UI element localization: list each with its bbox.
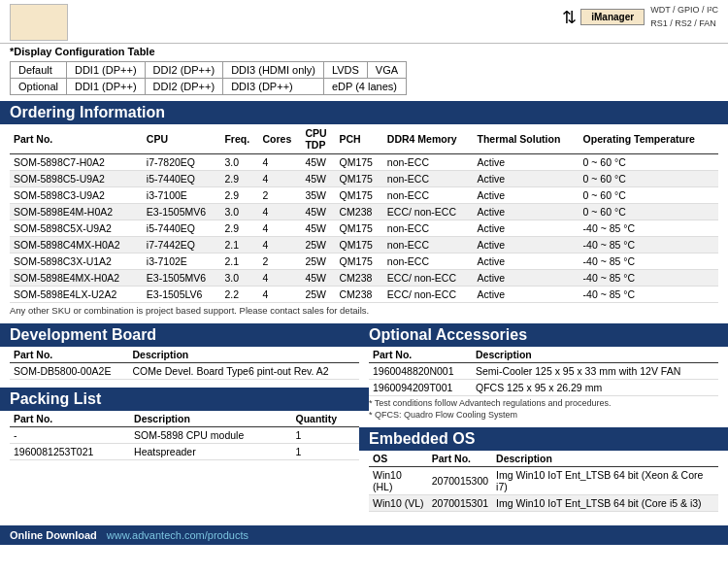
dev-board-header: Development Board (0, 323, 369, 347)
col-partno: Part No. (10, 411, 130, 427)
table-cell: SOM-5898C5X-U9A2 (10, 220, 143, 237)
table-cell: 1960081253T021 (10, 444, 130, 460)
bottom-bar-label: Online Download (10, 529, 97, 541)
table-cell: -40 ~ 85 °C (579, 220, 718, 237)
table-cell: -40 ~ 85 °C (579, 270, 718, 287)
table-row: SOM-5898C5-U9A2i5-7440EQ2.9445WQM175non-… (10, 171, 718, 187)
table-cell: 1 (292, 444, 360, 460)
opt-acc-table: Part No. Description 1960048820N001Semi-… (369, 347, 718, 396)
col-partno: Part No. (369, 347, 472, 363)
col-partno: Part No. (10, 124, 143, 154)
arrow-icon: ⇅ (562, 7, 577, 28)
table-row: SOM-5898E4M-H0A2E3-1505MV63.0445WCM238EC… (10, 204, 718, 220)
col-cores: Cores (259, 124, 302, 154)
table-cell: LVDS (323, 62, 367, 79)
table-cell: non-ECC (383, 237, 474, 253)
opt-notes: * Test conditions follow Advantech regul… (369, 398, 718, 420)
table-cell: Active (474, 171, 579, 187)
table-cell: SOM-5898C4MX-H0A2 (10, 237, 143, 253)
col-thermal: Thermal Solution (474, 124, 579, 154)
table-cell: non-ECC (383, 220, 474, 237)
table-cell: SOM-DB5800-00A2E (10, 363, 129, 380)
table-cell: 0 ~ 60 °C (579, 204, 718, 220)
table-cell: 2.1 (220, 253, 258, 270)
table-cell: Img Win10 IoT Ent_LTSB 64 bit (Core i5 &… (492, 495, 718, 512)
table-cell: 2.1 (220, 237, 258, 253)
dev-board-table: Part No. Description SOM-DB5800-00A2ECOM… (10, 347, 359, 380)
table-row: Win10 (HL)2070015300Img Win10 IoT Ent_LT… (369, 467, 718, 495)
table-row: SOM-5898E4LX-U2A2E3-1505LV62.2425WCM238E… (10, 287, 718, 303)
table-row: -SOM-5898 CPU module1 (10, 427, 359, 444)
table-cell: 2.9 (220, 187, 258, 204)
bottom-bar: Online Download www.advantech.com/produc… (0, 525, 728, 545)
table-cell: 2.2 (220, 287, 258, 303)
table-cell: QFCS 125 x 95 x 26.29 mm (472, 380, 718, 396)
table-cell: Active (474, 154, 579, 171)
col-right: Optional Accessories Part No. Descriptio… (369, 323, 718, 520)
table-row: SOM-DB5800-00A2ECOMe Devel. Board Type6 … (10, 363, 359, 380)
table-cell: Active (474, 187, 579, 204)
table-cell: SOM-5898E4MX-H0A2 (10, 270, 143, 287)
packing-list-header: Packing List (0, 388, 369, 411)
table-cell: 45W (301, 171, 335, 187)
col-partno: Part No. (10, 347, 129, 363)
table-cell: Active (474, 204, 579, 220)
table-cell: i7-7820EQ (143, 154, 221, 171)
embedded-os-table: OS Part No. Description Win10 (HL)207001… (369, 451, 718, 512)
table-cell: -40 ~ 85 °C (579, 287, 718, 303)
table-cell: Win10 (HL) (369, 467, 428, 495)
table-cell: 4 (259, 220, 302, 237)
table-cell: 2070015300 (428, 467, 492, 495)
table-cell: CM238 (335, 270, 382, 287)
table-cell: Active (474, 220, 579, 237)
table-cell: 45W (301, 270, 335, 287)
table-cell: 4 (259, 237, 302, 253)
table-cell: ECC/ non-ECC (383, 270, 474, 287)
table-cell: Active (474, 237, 579, 253)
opt-note: * Test conditions follow Advantech regul… (369, 398, 718, 408)
table-cell: Img Win10 IoT Ent_LTSB 64 bit (Xeon & Co… (492, 467, 718, 495)
table-cell: 4 (259, 270, 302, 287)
diagram-right: ⇅ iManager WDT / GPIO / I²C RS1 / RS2 / … (562, 4, 718, 30)
col-os: OS (369, 451, 428, 467)
table-cell: QM175 (335, 154, 382, 171)
table-row: SOM-5898C7-H0A2i7-7820EQ3.0445WQM175non-… (10, 154, 718, 171)
table-cell: E3-1505MV6 (143, 270, 221, 287)
table-header-row: OS Part No. Description (369, 451, 718, 467)
display-config-title: *Display Configuration Table (10, 46, 718, 57)
col-ddr4: DDR4 Memory (383, 124, 474, 154)
two-col-layout: Development Board Part No. Description S… (0, 323, 728, 520)
col-desc: Description (472, 347, 718, 363)
bottom-bar-link[interactable]: www.advantech.com/products (107, 529, 248, 541)
dev-board-section: Part No. Description SOM-DB5800-00A2ECOM… (10, 347, 359, 380)
ordering-section: Part No. CPU Freq. Cores CPUTDP PCH DDR4… (0, 124, 728, 318)
table-cell: Heatspreader (130, 444, 291, 460)
table-cell: 3.0 (220, 154, 258, 171)
table-row: SOM-5898C3X-U1A2i3-7102E2.1225WQM175non-… (10, 253, 718, 270)
table-cell: eDP (4 lanes) (323, 79, 406, 95)
table-cell: -40 ~ 85 °C (579, 253, 718, 270)
table-cell: Active (474, 253, 579, 270)
table-header-row: Part No. Description Quantity (10, 411, 359, 427)
opt-note: * QFCS: Quadro Flow Cooling System (369, 410, 718, 420)
embedded-os-header: Embedded OS (359, 427, 728, 451)
table-row: 1960048820N001Semi-Cooler 125 x 95 x 33 … (369, 363, 718, 380)
col-optemp: Operating Temperature (579, 124, 718, 154)
table-cell: non-ECC (383, 154, 474, 171)
table-cell: 3.0 (220, 204, 258, 220)
table-cell: QM175 (335, 171, 382, 187)
col-cpu: CPU (143, 124, 221, 154)
ordering-note: Any other SKU or combination is project … (10, 303, 718, 318)
table-cell: DDI1 (DP++) (66, 79, 145, 95)
table-cell: 35W (301, 187, 335, 204)
col-desc: Description (492, 451, 718, 467)
table-header-row: Part No. Description (10, 347, 359, 363)
table-cell: 25W (301, 237, 335, 253)
packing-list-table: Part No. Description Quantity -SOM-5898 … (10, 411, 359, 460)
col-desc: Description (129, 347, 360, 363)
table-cell: Active (474, 270, 579, 287)
table-cell: ECC/ non-ECC (383, 204, 474, 220)
table-cell: i5-7440EQ (143, 220, 221, 237)
table-cell: Default (11, 62, 67, 79)
packing-list-section: Part No. Description Quantity -SOM-5898 … (10, 411, 359, 460)
